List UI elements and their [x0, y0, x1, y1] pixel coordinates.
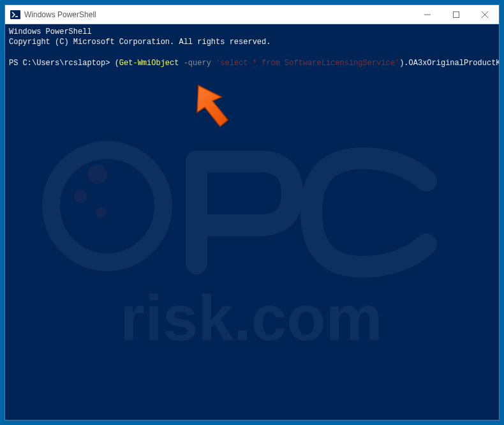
maximize-button[interactable] [441, 5, 470, 24]
cmd-paren-open: ( [115, 59, 119, 68]
svg-point-7 [88, 165, 107, 184]
watermark-logo: risk.com [37, 123, 471, 378]
window-title: Windows PowerShell [24, 10, 413, 19]
terminal-header: Windows PowerShell [9, 27, 495, 37]
terminal-copyright: Copyright (C) Microsoft Corporation. All… [9, 37, 495, 47]
cmd-cmdlet: Get-WmiObject [119, 59, 179, 68]
prompt-prefix: PS [9, 59, 23, 68]
svg-text:risk.com: risk.com [120, 282, 382, 354]
prompt-path: C:\Users\rcslaptop [23, 59, 106, 68]
terminal-blank [9, 47, 495, 57]
cmd-string: 'select * from SoftwareLicensingService' [216, 59, 399, 68]
titlebar[interactable]: Windows PowerShell [5, 5, 499, 24]
cmd-param: -query [184, 59, 211, 68]
powershell-icon [10, 10, 20, 20]
powershell-window: Windows PowerShell [4, 4, 500, 421]
minimize-button[interactable] [413, 5, 441, 24]
annotation-arrow-icon [193, 82, 238, 136]
svg-point-8 [74, 190, 87, 203]
svg-rect-3 [453, 11, 459, 17]
svg-point-9 [96, 207, 106, 218]
prompt-suffix: > [105, 59, 114, 68]
svg-point-6 [51, 150, 163, 262]
window-controls [413, 5, 499, 24]
cmd-property: .OA3xOriginalProductKey [404, 59, 499, 68]
terminal-area[interactable]: risk.com Windows PowerShell Copyright (C… [5, 24, 499, 420]
terminal-prompt-line: PS C:\Users\rcslaptop> (Get-WmiObject -q… [9, 58, 495, 68]
close-button[interactable] [470, 5, 499, 24]
